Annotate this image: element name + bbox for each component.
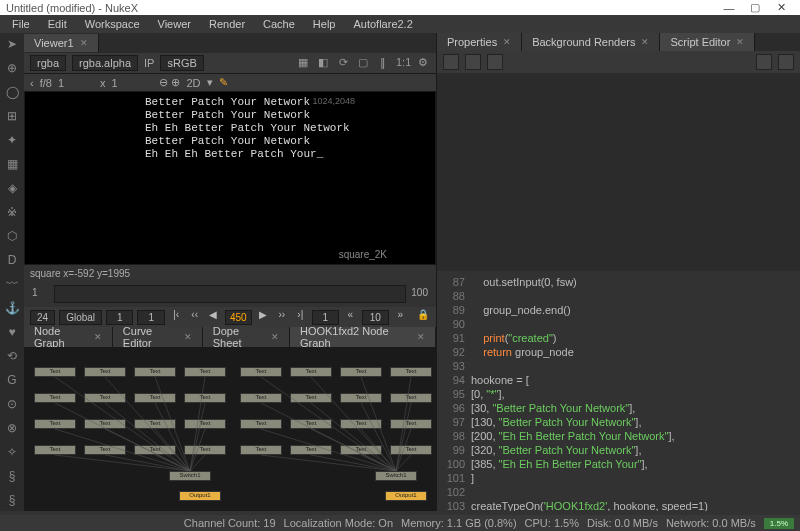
text-node[interactable]: Text — [34, 393, 76, 403]
close-icon[interactable]: ✕ — [641, 37, 649, 47]
text-node[interactable]: Text — [134, 419, 176, 429]
jump-frames[interactable]: 10 — [362, 310, 389, 325]
close-panel-button[interactable] — [778, 54, 794, 70]
text-node[interactable]: Text — [240, 445, 282, 455]
text-node[interactable]: Text — [184, 393, 226, 403]
tool-icon-14[interactable]: G — [5, 373, 19, 387]
playback-mode-dropdown[interactable]: Global — [59, 310, 102, 325]
text-node[interactable]: Text — [34, 367, 76, 377]
text-node[interactable]: Text — [240, 419, 282, 429]
tool-icon-1[interactable]: ⊕ — [5, 61, 19, 75]
close-icon[interactable]: ✕ — [184, 332, 192, 342]
ng-tab[interactable]: HOOK1fxd2 Node Graph✕ — [290, 327, 436, 347]
menu-workspace[interactable]: Workspace — [77, 16, 148, 32]
text-node[interactable]: Text — [184, 445, 226, 455]
text-node[interactable]: Text — [340, 367, 382, 377]
clear-button[interactable] — [465, 54, 481, 70]
lock-icon[interactable]: 🔒 — [415, 309, 430, 325]
close-icon[interactable]: ✕ — [503, 37, 511, 47]
tool-icon-19[interactable]: § — [5, 493, 19, 507]
save-button[interactable] — [487, 54, 503, 70]
close-icon[interactable]: ✕ — [417, 332, 425, 342]
close-icon[interactable]: ✕ — [271, 332, 279, 342]
panel-tab[interactable]: Properties✕ — [437, 33, 522, 51]
tool-icon-18[interactable]: § — [5, 469, 19, 483]
tool-icon-7[interactable]: ※ — [5, 205, 19, 219]
output-node[interactable]: Output1 — [179, 491, 221, 501]
tool-icon-16[interactable]: ⊗ — [5, 421, 19, 435]
close-icon[interactable]: ✕ — [736, 37, 744, 47]
close-icon[interactable]: ✕ — [80, 38, 88, 48]
text-node[interactable]: Text — [184, 367, 226, 377]
maximize-button[interactable]: ▢ — [742, 1, 768, 14]
script-editor[interactable]: 87 out.setInput(0, fsw)8889 group_node.e… — [437, 271, 800, 511]
colorspace-dropdown[interactable]: sRGB — [160, 55, 203, 71]
chevron-left-icon[interactable]: ‹ — [30, 77, 34, 89]
wipe-icon[interactable]: ◧ — [316, 56, 330, 70]
tool-icon-10[interactable]: 〰 — [5, 277, 19, 291]
text-node[interactable]: Text — [290, 393, 332, 403]
text-node[interactable]: Text — [290, 419, 332, 429]
minimize-button[interactable]: — — [716, 2, 742, 14]
text-node[interactable]: Text — [390, 367, 432, 377]
text-node[interactable]: Text — [340, 445, 382, 455]
text-node[interactable]: Text — [134, 367, 176, 377]
roi-icon[interactable]: ▢ — [356, 56, 370, 70]
layout-icon[interactable]: ▦ — [296, 56, 310, 70]
panel-tab[interactable]: Background Renders✕ — [522, 33, 660, 51]
last-frame-button[interactable]: ›| — [293, 309, 308, 325]
color-picker-icon[interactable]: ✎ — [219, 76, 228, 89]
tool-icon-17[interactable]: ✧ — [5, 445, 19, 459]
text-node[interactable]: Text — [290, 445, 332, 455]
tool-icon-8[interactable]: ⬡ — [5, 229, 19, 243]
snap-button[interactable] — [756, 54, 772, 70]
menu-viewer[interactable]: Viewer — [150, 16, 199, 32]
panel-tab[interactable]: Script Editor✕ — [660, 33, 755, 51]
viewer-tab[interactable]: Viewer1 ✕ — [24, 34, 99, 52]
tool-icon-15[interactable]: ⊙ — [5, 397, 19, 411]
refresh-icon[interactable]: ⟳ — [336, 56, 350, 70]
close-icon[interactable]: ✕ — [94, 332, 102, 342]
run-button[interactable] — [443, 54, 459, 70]
frame-lock[interactable]: 1 — [137, 310, 164, 325]
chevron-down-icon[interactable]: ▾ — [207, 76, 213, 89]
menu-cache[interactable]: Cache — [255, 16, 303, 32]
menu-help[interactable]: Help — [305, 16, 344, 32]
text-node[interactable]: Text — [34, 445, 76, 455]
switch-node[interactable]: Switch1 — [169, 471, 211, 481]
ng-tab[interactable]: Node Graph✕ — [24, 327, 113, 347]
text-node[interactable]: Text — [84, 367, 126, 377]
tool-icon-6[interactable]: ◈ — [5, 181, 19, 195]
view-mode-dropdown[interactable]: 2D — [186, 77, 200, 89]
switch-node[interactable]: Switch1 — [375, 471, 417, 481]
fps-dropdown[interactable]: 24 — [30, 310, 55, 325]
alpha-dropdown[interactable]: rgba.alpha — [72, 55, 138, 71]
text-node[interactable]: Text — [390, 445, 432, 455]
tool-icon-4[interactable]: ✦ — [5, 133, 19, 147]
text-node[interactable]: Text — [240, 393, 282, 403]
text-node[interactable]: Text — [340, 393, 382, 403]
frame-out[interactable]: 1 — [312, 310, 339, 325]
close-button[interactable]: ✕ — [768, 1, 794, 14]
prev-keyframe-button[interactable]: ‹‹ — [187, 309, 202, 325]
text-node[interactable]: Text — [184, 419, 226, 429]
tool-icon-11[interactable]: ⚓ — [5, 301, 19, 315]
current-frame[interactable]: 450 — [225, 310, 252, 325]
step-fwd-button[interactable]: » — [393, 309, 408, 325]
menu-edit[interactable]: Edit — [40, 16, 75, 32]
tool-icon-3[interactable]: ⊞ — [5, 109, 19, 123]
fstop-value[interactable]: 1 — [58, 77, 94, 89]
text-node[interactable]: Text — [240, 367, 282, 377]
channel-dropdown[interactable]: rgba — [30, 55, 66, 71]
output-node[interactable]: Output1 — [385, 491, 427, 501]
tool-icon-12[interactable]: ♥ — [5, 325, 19, 339]
settings-icon[interactable]: ⚙ — [416, 56, 430, 70]
zoom-controls[interactable]: ⊖ ⊕ — [159, 76, 180, 89]
play-forward-button[interactable]: ▶ — [256, 309, 271, 325]
text-node[interactable]: Text — [290, 367, 332, 377]
tool-icon-2[interactable]: ◯ — [5, 85, 19, 99]
play-back-button[interactable]: ◀ — [206, 309, 221, 325]
text-node[interactable]: Text — [34, 419, 76, 429]
tool-icon-5[interactable]: ▦ — [5, 157, 19, 171]
next-keyframe-button[interactable]: ›› — [274, 309, 289, 325]
